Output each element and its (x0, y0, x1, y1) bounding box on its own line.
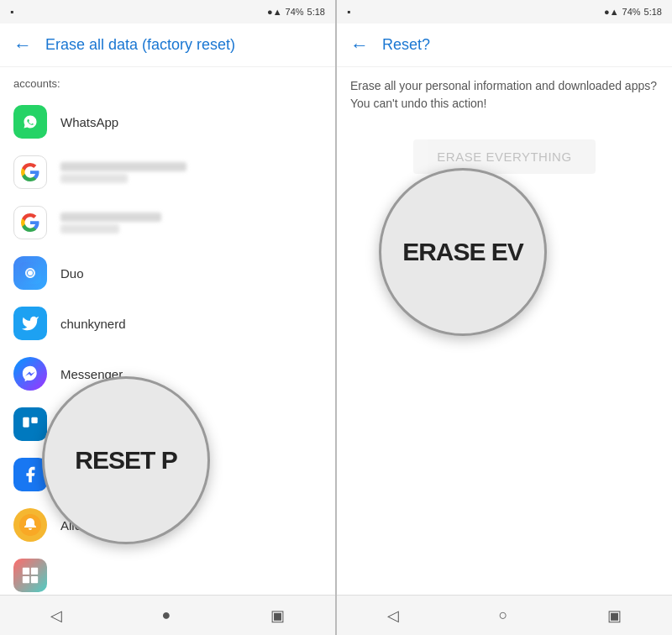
google-email-1 (60, 160, 186, 185)
list-item (13, 147, 322, 197)
google-icon-2 (13, 206, 47, 239)
right-magnify-text: ERASE EV (402, 238, 523, 266)
right-status-icon: ▪ (347, 6, 350, 18)
list-item: chunkynerd (13, 298, 322, 349)
list-item (13, 197, 322, 248)
right-back-btn[interactable]: ◁ (370, 600, 416, 632)
left-phone-screen: ▪ ●▲ 74% 5:18 ← Erase all data (factory … (0, 0, 335, 635)
left-status-bar: ▪ ●▲ 74% 5:18 (0, 0, 335, 24)
right-home-btn[interactable]: ○ (482, 600, 525, 631)
right-battery: 74% (622, 7, 641, 17)
right-signal-icon: ●▲ (604, 7, 619, 17)
left-bottom-nav: ◁ ● ▣ (0, 595, 335, 635)
svg-rect-6 (23, 568, 29, 575)
right-status-right: ●▲ 74% 5:18 (604, 7, 662, 17)
left-battery: 74% (286, 7, 304, 17)
duo-label: Duo (60, 266, 84, 281)
left-nav-bar: ← Erase all data (factory reset) (0, 24, 335, 67)
left-signal-icon: ●▲ (267, 7, 282, 17)
right-bottom-nav: ◁ ○ ▣ (337, 595, 672, 635)
left-status-left: ▪ (10, 6, 13, 18)
left-time: 5:18 (307, 7, 325, 17)
left-status-right: ●▲ 74% 5:18 (267, 7, 325, 17)
whatsapp-icon (13, 105, 47, 139)
twitter-icon (13, 307, 47, 340)
right-status-left: ▪ (347, 6, 350, 18)
messenger-icon (13, 357, 47, 391)
svg-rect-3 (23, 417, 29, 428)
left-home-btn[interactable]: ● (145, 600, 188, 631)
reset-description: Erase all your personal information and … (350, 77, 659, 113)
right-back-arrow[interactable]: ← (350, 34, 369, 56)
left-status-icon: ▪ (10, 6, 13, 18)
list-item: Duo (13, 248, 322, 298)
list-item (13, 550, 322, 595)
erase-button[interactable]: ERASE EVERYTHING (413, 139, 595, 174)
left-magnify-text: RESET P (75, 446, 176, 475)
svg-rect-8 (23, 576, 29, 583)
right-time: 5:18 (644, 7, 662, 17)
misc-app-icon (13, 559, 47, 592)
allo-icon (13, 508, 47, 542)
right-magnify-circle: ERASE EV (379, 168, 547, 336)
svg-rect-4 (31, 417, 37, 423)
google-icon-1 (13, 155, 47, 189)
left-back-arrow[interactable]: ← (13, 34, 32, 56)
right-status-bar: ▪ ●▲ 74% 5:18 (337, 0, 672, 24)
google-email-2 (60, 211, 161, 235)
right-nav-title: Reset? (382, 36, 430, 54)
erase-button-area: ERASE EVERYTHING (350, 139, 659, 174)
left-magnify-circle: RESET P (42, 376, 210, 544)
right-phone-screen: ▪ ●▲ 74% 5:18 ← Reset? Erase all your pe… (337, 0, 672, 635)
left-nav-title: Erase all data (factory reset) (45, 36, 235, 54)
svg-rect-9 (31, 576, 38, 583)
duo-icon (13, 256, 47, 290)
right-content: Erase all your personal information and … (337, 67, 672, 595)
trello-icon (13, 407, 47, 441)
left-recent-btn[interactable]: ▣ (254, 600, 302, 632)
left-back-btn[interactable]: ◁ (34, 600, 79, 632)
twitter-label: chunkynerd (60, 317, 126, 331)
right-nav-bar: ← Reset? (337, 24, 672, 67)
left-content: accounts: WhatsApp (0, 67, 335, 595)
right-recent-btn[interactable]: ▣ (591, 600, 638, 632)
section-accounts-label: accounts: (13, 77, 322, 90)
svg-rect-7 (31, 568, 38, 575)
whatsapp-label: WhatsApp (60, 115, 118, 129)
svg-point-2 (28, 270, 33, 276)
list-item: WhatsApp (13, 97, 322, 147)
